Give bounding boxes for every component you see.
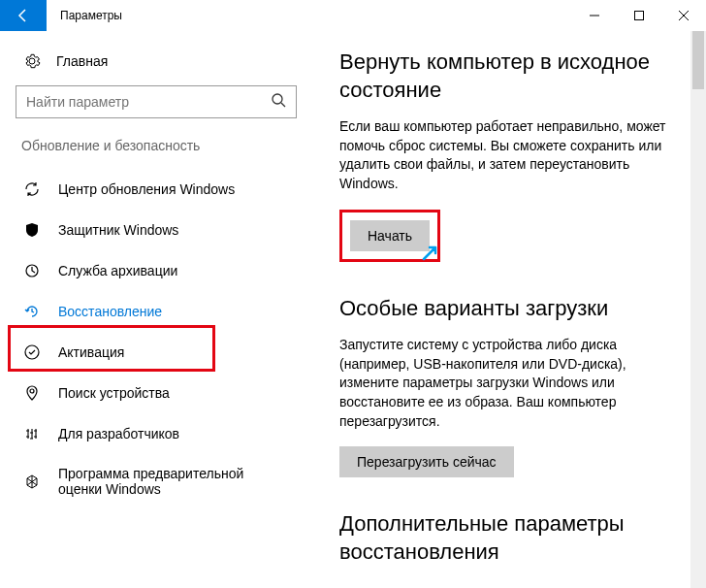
sidebar-item-update[interactable]: Центр обновления Windows [16, 169, 306, 210]
history-icon [23, 303, 41, 320]
gear-icon [23, 52, 41, 70]
advanced-description: Запустите систему с устройства либо диск… [339, 336, 677, 431]
sidebar-item-label: Активация [58, 344, 124, 360]
svg-point-4 [273, 94, 282, 104]
window-controls [572, 0, 706, 31]
check-icon [23, 343, 41, 361]
reset-section: Вернуть компьютер в исходное состояние Е… [339, 49, 677, 262]
main-content: Вернуть компьютер в исходное состояние Е… [330, 31, 706, 588]
sidebar-item-defender[interactable]: Защитник Windows [16, 210, 306, 250]
sidebar-item-label: Программа предварительной оценки Windows [58, 466, 291, 497]
sidebar-item-label: Защитник Windows [58, 222, 178, 238]
reset-description: Если ваш компьютер работает неправильно,… [339, 117, 677, 193]
sidebar-item-recovery[interactable]: Восстановление [16, 291, 306, 332]
svg-line-5 [281, 103, 285, 107]
sidebar-item-developers[interactable]: Для разработчиков [16, 413, 306, 454]
sidebar-item-label: Восстановление [58, 304, 162, 319]
more-recovery-title: Дополнительные параметры восстановления [339, 510, 677, 566]
reset-title: Вернуть компьютер в исходное состояние [339, 49, 677, 104]
maximize-button[interactable] [617, 0, 661, 31]
svg-point-6 [25, 345, 39, 359]
backup-icon [23, 262, 41, 279]
start-button[interactable]: Начать [350, 220, 430, 251]
minimize-button[interactable] [572, 0, 617, 31]
sidebar-item-find-device[interactable]: Поиск устройства [16, 373, 306, 413]
insider-icon [23, 473, 41, 490]
scrollbar-thumb[interactable] [692, 31, 704, 89]
developer-icon [23, 425, 41, 442]
home-label: Главная [56, 53, 108, 69]
sync-icon [23, 180, 41, 198]
close-button[interactable] [661, 0, 706, 31]
sidebar-item-activation[interactable]: Активация [16, 332, 306, 373]
sidebar-item-label: Служба архивации [58, 263, 177, 278]
sidebar: Главная Обновление и безопасность Центр … [0, 31, 330, 588]
titlebar: Параметры [0, 0, 706, 31]
search-box[interactable] [16, 85, 297, 118]
back-button[interactable] [0, 0, 47, 31]
location-icon [23, 384, 41, 402]
more-recovery-section: Дополнительные параметры восстановления [339, 510, 677, 566]
section-header: Обновление и безопасность [21, 138, 330, 153]
sidebar-item-label: Центр обновления Windows [58, 181, 235, 197]
sidebar-item-backup[interactable]: Служба архивации [16, 250, 306, 291]
advanced-startup-section: Особые варианты загрузки Запустите систе… [339, 295, 677, 478]
sidebar-item-label: Для разработчиков [58, 426, 179, 441]
advanced-title: Особые варианты загрузки [339, 295, 677, 323]
restart-now-button[interactable]: Перезагрузить сейчас [339, 446, 514, 477]
shield-icon [23, 221, 41, 239]
svg-rect-1 [635, 12, 644, 20]
search-input[interactable] [26, 94, 271, 110]
scrollbar[interactable] [690, 31, 706, 588]
home-link[interactable]: Главная [16, 47, 330, 85]
sidebar-item-label: Поиск устройства [58, 385, 170, 401]
highlight-start-button: Начать [339, 210, 440, 262]
sidebar-item-insider[interactable]: Программа предварительной оценки Windows [16, 454, 306, 508]
window-title: Параметры [60, 9, 122, 22]
search-icon [271, 92, 286, 112]
svg-point-7 [30, 389, 34, 393]
